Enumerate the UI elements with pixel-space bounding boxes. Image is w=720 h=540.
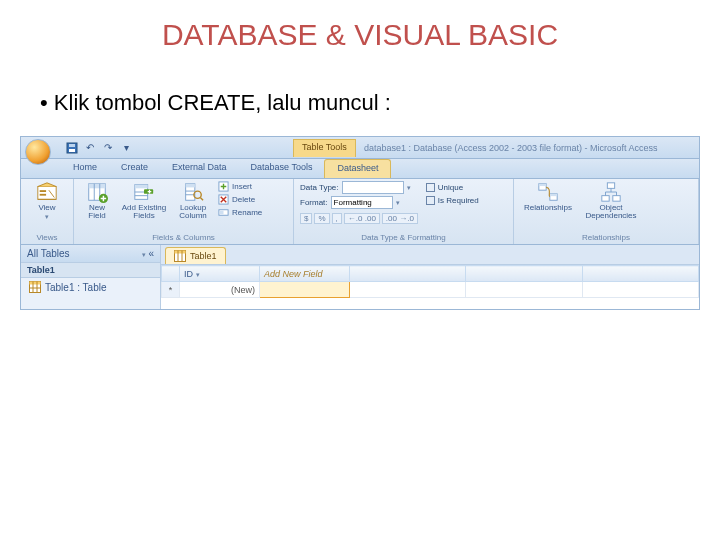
table-icon <box>29 281 41 293</box>
new-field-label: New Field <box>80 204 114 220</box>
document-tab-table1[interactable]: Table1 <box>165 247 226 264</box>
svg-rect-31 <box>602 196 609 202</box>
svg-rect-7 <box>89 184 106 189</box>
svg-rect-25 <box>220 211 224 215</box>
navigation-pane: All Tables ▾ « Table1 Table1 : Table <box>21 245 161 309</box>
body-area: All Tables ▾ « Table1 Table1 : Table Tab… <box>21 245 699 309</box>
relationships-label: Relationships <box>524 204 572 212</box>
quick-access-toolbar: ↶ ↷ ▾ <box>65 141 133 155</box>
datatype-select[interactable] <box>342 181 404 194</box>
chevron-down-icon: ▾ <box>45 213 49 220</box>
svg-rect-12 <box>135 185 148 189</box>
group-fields-columns: New Field Add Existing Fields Lookup Col… <box>74 179 294 244</box>
cell-blank[interactable] <box>466 282 582 298</box>
rename-button[interactable]: Rename <box>218 207 262 218</box>
office-button[interactable] <box>25 139 51 165</box>
column-header-blank[interactable] <box>582 266 698 282</box>
cell-id-new[interactable]: (New) <box>180 282 260 298</box>
insert-label: Insert <box>232 182 252 191</box>
svg-rect-29 <box>550 194 557 196</box>
new-field-button[interactable]: New Field <box>80 181 114 220</box>
undo-icon[interactable]: ↶ <box>83 141 97 155</box>
svg-rect-30 <box>607 183 614 189</box>
save-icon[interactable] <box>65 141 79 155</box>
chevron-down-icon[interactable]: ▾ <box>407 184 411 192</box>
add-existing-label: Add Existing Fields <box>120 204 168 220</box>
tab-datasheet[interactable]: Datasheet <box>324 159 391 178</box>
cell-add-new-field[interactable] <box>260 282 350 298</box>
comma-button[interactable]: , <box>332 213 342 224</box>
group-label-fields: Fields & Columns <box>80 232 287 242</box>
slide-bullet: Klik tombol CREATE, lalu muncul : <box>40 90 720 116</box>
unique-label: Unique <box>438 183 463 192</box>
navpane-header-label: All Tables <box>27 248 70 259</box>
svg-rect-3 <box>38 187 56 200</box>
navpane-item-table1[interactable]: Table1 : Table <box>21 278 160 296</box>
object-dep-label: Object Dependencies <box>582 204 640 220</box>
svg-rect-39 <box>175 251 186 254</box>
document-tab-label: Table1 <box>190 251 217 261</box>
object-dependencies-button[interactable]: Object Dependencies <box>582 181 640 220</box>
svg-rect-32 <box>613 196 620 202</box>
column-header-add-new[interactable]: Add New Field <box>260 266 350 282</box>
column-header-id[interactable]: ID ▾ <box>180 266 260 282</box>
col-id-label: ID <box>184 269 193 279</box>
rename-label: Rename <box>232 208 262 217</box>
currency-button[interactable]: $ <box>300 213 312 224</box>
column-header-blank[interactable] <box>466 266 582 282</box>
tab-create[interactable]: Create <box>109 159 160 178</box>
svg-rect-2 <box>69 144 75 147</box>
delete-label: Delete <box>232 195 255 204</box>
datasheet-grid[interactable]: ID ▾ Add New Field * (New) <box>161 265 699 298</box>
svg-rect-34 <box>30 282 41 285</box>
delete-button[interactable]: Delete <box>218 194 262 205</box>
qat-dropdown-icon[interactable]: ▾ <box>119 141 133 155</box>
cell-blank[interactable] <box>582 282 698 298</box>
navpane-group[interactable]: Table1 <box>21 263 160 278</box>
svg-rect-17 <box>186 184 195 188</box>
table-icon <box>174 250 186 262</box>
field-ops: Insert Delete Rename <box>218 181 262 218</box>
format-toolbar: $ % , ←.0 .00 .00 →.0 <box>300 213 418 224</box>
tab-database-tools[interactable]: Database Tools <box>239 159 325 178</box>
svg-rect-4 <box>40 190 46 192</box>
table-row[interactable]: * (New) <box>162 282 699 298</box>
ribbon-tabs: Home Create External Data Database Tools… <box>21 159 699 179</box>
window-title: database1 : Database (Access 2002 - 2003… <box>364 143 699 153</box>
ribbon: View ▾ Views New Field Add Existing Fiel… <box>21 179 699 245</box>
row-selector-new[interactable]: * <box>162 282 180 298</box>
view-label: View <box>38 204 55 212</box>
group-label-views: Views <box>27 232 67 242</box>
titlebar: ↶ ↷ ▾ Table Tools database1 : Database (… <box>21 137 699 159</box>
format-select[interactable] <box>331 196 393 209</box>
cell-blank[interactable] <box>350 282 466 298</box>
required-checkbox[interactable] <box>426 196 435 205</box>
relationships-button[interactable]: Relationships <box>520 181 576 212</box>
datatype-label: Data Type: <box>300 183 339 192</box>
decrease-decimals-button[interactable]: .00 →.0 <box>382 213 418 224</box>
chevron-down-icon[interactable]: ▾ <box>396 199 400 207</box>
view-button[interactable]: View ▾ <box>27 181 67 220</box>
increase-decimals-button[interactable]: ←.0 .00 <box>344 213 380 224</box>
slide-title: DATABASE & VISUAL BASIC <box>0 18 720 52</box>
insert-button[interactable]: Insert <box>218 181 262 192</box>
tab-external-data[interactable]: External Data <box>160 159 239 178</box>
svg-line-21 <box>200 198 203 201</box>
lookup-label: Lookup Column <box>174 204 212 220</box>
unique-checkbox[interactable] <box>426 183 435 192</box>
access-window: ↶ ↷ ▾ Table Tools database1 : Database (… <box>20 136 700 310</box>
datasheet-area: Table1 ID ▾ Add New Field * (New) <box>161 245 699 309</box>
chevron-down-icon: ▾ <box>196 271 200 278</box>
document-tabs: Table1 <box>161 245 699 265</box>
group-datatype-formatting: Data Type: ▾ Format: ▾ $ % , <box>294 179 514 244</box>
format-label: Format: <box>300 198 328 207</box>
percent-button[interactable]: % <box>314 213 329 224</box>
svg-rect-5 <box>40 194 46 196</box>
select-all-cell[interactable] <box>162 266 180 282</box>
tab-home[interactable]: Home <box>61 159 109 178</box>
redo-icon[interactable]: ↷ <box>101 141 115 155</box>
navpane-header[interactable]: All Tables ▾ « <box>21 245 160 263</box>
add-existing-fields-button[interactable]: Add Existing Fields <box>120 181 168 220</box>
column-header-blank[interactable] <box>350 266 466 282</box>
lookup-column-button[interactable]: Lookup Column <box>174 181 212 220</box>
